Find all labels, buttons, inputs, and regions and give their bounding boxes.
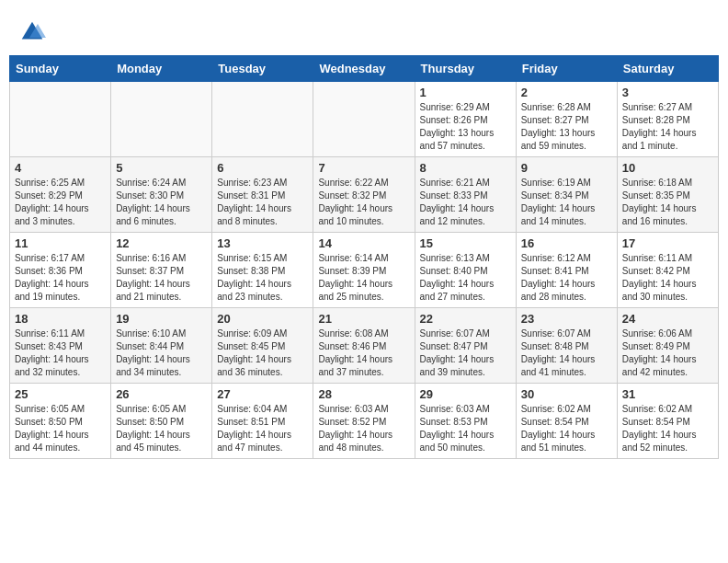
day-number: 11 — [15, 236, 106, 250]
day-info: Sunrise: 6:13 AM Sunset: 8:40 PM Dayligh… — [420, 252, 511, 304]
day-info: Sunrise: 6:02 AM Sunset: 8:54 PM Dayligh… — [622, 403, 713, 454]
day-info: Sunrise: 6:10 AM Sunset: 8:44 PM Dayligh… — [116, 327, 207, 379]
calendar-week-row: 1Sunrise: 6:29 AM Sunset: 8:26 PM Daylig… — [10, 82, 719, 157]
calendar-week-row: 18Sunrise: 6:11 AM Sunset: 8:43 PM Dayli… — [10, 308, 719, 384]
calendar-day-cell: 16Sunrise: 6:12 AM Sunset: 8:41 PM Dayli… — [516, 233, 617, 308]
calendar-day-cell: 31Sunrise: 6:02 AM Sunset: 8:54 PM Dayli… — [617, 384, 718, 459]
day-info: Sunrise: 6:16 AM Sunset: 8:37 PM Dayligh… — [116, 252, 207, 304]
calendar-table: SundayMondayTuesdayWednesdayThursdayFrid… — [9, 55, 719, 459]
calendar-week-row: 4Sunrise: 6:25 AM Sunset: 8:29 PM Daylig… — [10, 157, 719, 233]
calendar-day-cell: 3Sunrise: 6:27 AM Sunset: 8:28 PM Daylig… — [617, 82, 718, 157]
day-number: 23 — [521, 312, 612, 326]
day-number: 29 — [420, 387, 511, 401]
calendar-day-cell — [313, 82, 415, 157]
calendar-day-cell: 8Sunrise: 6:21 AM Sunset: 8:33 PM Daylig… — [415, 157, 516, 233]
day-info: Sunrise: 6:19 AM Sunset: 8:34 PM Dayligh… — [521, 177, 612, 228]
calendar-day-cell: 20Sunrise: 6:09 AM Sunset: 8:45 PM Dayli… — [212, 308, 313, 384]
calendar-day-cell — [212, 82, 313, 157]
day-number: 14 — [318, 236, 409, 250]
calendar-day-cell: 14Sunrise: 6:14 AM Sunset: 8:39 PM Dayli… — [313, 233, 415, 308]
day-info: Sunrise: 6:15 AM Sunset: 8:38 PM Dayligh… — [217, 252, 308, 304]
day-number: 20 — [217, 312, 308, 326]
day-number: 28 — [318, 387, 409, 401]
day-info: Sunrise: 6:22 AM Sunset: 8:32 PM Dayligh… — [318, 177, 409, 228]
day-number: 13 — [217, 236, 308, 250]
calendar-header-row: SundayMondayTuesdayWednesdayThursdayFrid… — [10, 56, 719, 82]
calendar-day-cell: 18Sunrise: 6:11 AM Sunset: 8:43 PM Dayli… — [10, 308, 111, 384]
calendar-day-cell: 6Sunrise: 6:23 AM Sunset: 8:31 PM Daylig… — [212, 157, 313, 233]
calendar-day-cell: 25Sunrise: 6:05 AM Sunset: 8:50 PM Dayli… — [10, 384, 111, 459]
day-number: 2 — [521, 86, 612, 99]
day-number: 15 — [420, 236, 511, 250]
calendar-day-cell: 11Sunrise: 6:17 AM Sunset: 8:36 PM Dayli… — [10, 233, 111, 308]
day-header-sunday: Sunday — [10, 56, 111, 82]
logo — [18, 18, 51, 46]
calendar-week-row: 11Sunrise: 6:17 AM Sunset: 8:36 PM Dayli… — [10, 233, 719, 308]
calendar-day-cell: 26Sunrise: 6:05 AM Sunset: 8:50 PM Dayli… — [111, 384, 212, 459]
day-number: 12 — [116, 236, 207, 250]
day-number: 31 — [622, 387, 713, 401]
day-number: 7 — [318, 161, 409, 175]
day-info: Sunrise: 6:05 AM Sunset: 8:50 PM Dayligh… — [15, 403, 106, 454]
calendar-day-cell: 22Sunrise: 6:07 AM Sunset: 8:47 PM Dayli… — [415, 308, 516, 384]
day-number: 27 — [217, 387, 308, 401]
day-number: 26 — [116, 387, 207, 401]
day-info: Sunrise: 6:11 AM Sunset: 8:42 PM Dayligh… — [622, 252, 713, 304]
day-info: Sunrise: 6:11 AM Sunset: 8:43 PM Dayligh… — [15, 327, 106, 379]
day-info: Sunrise: 6:05 AM Sunset: 8:50 PM Dayligh… — [116, 403, 207, 454]
calendar-day-cell: 2Sunrise: 6:28 AM Sunset: 8:27 PM Daylig… — [516, 82, 617, 157]
day-header-friday: Friday — [516, 56, 617, 82]
day-number: 5 — [116, 161, 207, 175]
logo-icon — [18, 18, 46, 46]
calendar-day-cell: 15Sunrise: 6:13 AM Sunset: 8:40 PM Dayli… — [415, 233, 516, 308]
day-info: Sunrise: 6:04 AM Sunset: 8:51 PM Dayligh… — [217, 403, 308, 454]
day-number: 24 — [622, 312, 713, 326]
calendar-day-cell: 17Sunrise: 6:11 AM Sunset: 8:42 PM Dayli… — [617, 233, 718, 308]
day-info: Sunrise: 6:28 AM Sunset: 8:27 PM Dayligh… — [521, 101, 612, 153]
day-number: 3 — [622, 86, 713, 99]
calendar-day-cell: 13Sunrise: 6:15 AM Sunset: 8:38 PM Dayli… — [212, 233, 313, 308]
day-info: Sunrise: 6:27 AM Sunset: 8:28 PM Dayligh… — [622, 101, 713, 153]
day-info: Sunrise: 6:12 AM Sunset: 8:41 PM Dayligh… — [521, 252, 612, 304]
calendar-day-cell: 7Sunrise: 6:22 AM Sunset: 8:32 PM Daylig… — [313, 157, 415, 233]
day-number: 25 — [15, 387, 106, 401]
calendar-day-cell: 24Sunrise: 6:06 AM Sunset: 8:49 PM Dayli… — [617, 308, 718, 384]
day-info: Sunrise: 6:24 AM Sunset: 8:30 PM Dayligh… — [116, 177, 207, 228]
calendar-week-row: 25Sunrise: 6:05 AM Sunset: 8:50 PM Dayli… — [10, 384, 719, 459]
calendar-day-cell: 23Sunrise: 6:07 AM Sunset: 8:48 PM Dayli… — [516, 308, 617, 384]
day-info: Sunrise: 6:23 AM Sunset: 8:31 PM Dayligh… — [217, 177, 308, 228]
day-number: 19 — [116, 312, 207, 326]
day-info: Sunrise: 6:09 AM Sunset: 8:45 PM Dayligh… — [217, 327, 308, 379]
day-header-saturday: Saturday — [617, 56, 718, 82]
day-info: Sunrise: 6:17 AM Sunset: 8:36 PM Dayligh… — [15, 252, 106, 304]
page-header — [9, 9, 719, 51]
calendar-day-cell — [10, 82, 111, 157]
day-info: Sunrise: 6:08 AM Sunset: 8:46 PM Dayligh… — [318, 327, 409, 379]
day-info: Sunrise: 6:29 AM Sunset: 8:26 PM Dayligh… — [420, 101, 511, 153]
day-info: Sunrise: 6:03 AM Sunset: 8:52 PM Dayligh… — [318, 403, 409, 454]
calendar-day-cell: 30Sunrise: 6:02 AM Sunset: 8:54 PM Dayli… — [516, 384, 617, 459]
calendar-day-cell: 10Sunrise: 6:18 AM Sunset: 8:35 PM Dayli… — [617, 157, 718, 233]
day-number: 18 — [15, 312, 106, 326]
day-info: Sunrise: 6:14 AM Sunset: 8:39 PM Dayligh… — [318, 252, 409, 304]
calendar-day-cell: 29Sunrise: 6:03 AM Sunset: 8:53 PM Dayli… — [415, 384, 516, 459]
day-number: 22 — [420, 312, 511, 326]
day-number: 9 — [521, 161, 612, 175]
day-number: 1 — [420, 86, 511, 99]
calendar-day-cell: 12Sunrise: 6:16 AM Sunset: 8:37 PM Dayli… — [111, 233, 212, 308]
calendar-day-cell: 1Sunrise: 6:29 AM Sunset: 8:26 PM Daylig… — [415, 82, 516, 157]
day-info: Sunrise: 6:02 AM Sunset: 8:54 PM Dayligh… — [521, 403, 612, 454]
calendar-day-cell: 9Sunrise: 6:19 AM Sunset: 8:34 PM Daylig… — [516, 157, 617, 233]
day-number: 10 — [622, 161, 713, 175]
day-info: Sunrise: 6:25 AM Sunset: 8:29 PM Dayligh… — [15, 177, 106, 228]
calendar-day-cell: 27Sunrise: 6:04 AM Sunset: 8:51 PM Dayli… — [212, 384, 313, 459]
calendar-day-cell: 4Sunrise: 6:25 AM Sunset: 8:29 PM Daylig… — [10, 157, 111, 233]
day-info: Sunrise: 6:07 AM Sunset: 8:48 PM Dayligh… — [521, 327, 612, 379]
calendar-day-cell: 19Sunrise: 6:10 AM Sunset: 8:44 PM Dayli… — [111, 308, 212, 384]
day-header-wednesday: Wednesday — [313, 56, 415, 82]
day-number: 17 — [622, 236, 713, 250]
day-info: Sunrise: 6:07 AM Sunset: 8:47 PM Dayligh… — [420, 327, 511, 379]
day-info: Sunrise: 6:21 AM Sunset: 8:33 PM Dayligh… — [420, 177, 511, 228]
day-number: 21 — [318, 312, 409, 326]
calendar-day-cell: 21Sunrise: 6:08 AM Sunset: 8:46 PM Dayli… — [313, 308, 415, 384]
